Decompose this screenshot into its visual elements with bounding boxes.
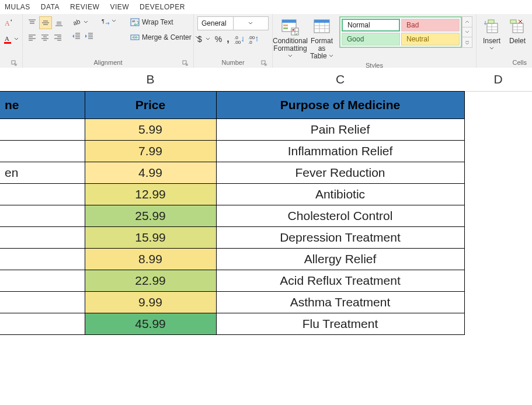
orientation-icon[interactable]: ab [71,16,82,28]
svg-rect-66 [513,23,523,33]
align-right-icon[interactable] [52,32,64,43]
ribbon-tabs: MULAS DATA REVIEW VIEW DEVELOPER [0,0,532,14]
align-center-icon[interactable] [39,32,51,43]
chevron-down-icon [206,37,210,41]
tab-formulas[interactable]: MULAS [5,3,30,11]
alignment-dialog-launcher[interactable] [182,60,189,67]
svg-text:ab: ab [72,18,81,26]
svg-rect-2 [4,42,11,44]
gallery-scroll[interactable] [462,16,472,48]
percent-format-button[interactable]: % [215,34,222,44]
number-dialog-launcher[interactable] [260,60,267,67]
style-good[interactable]: Good [342,33,400,46]
svg-rect-65 [488,20,494,23]
format-as-table-label-l1: Format as [311,37,333,53]
chevron-down-icon[interactable] [233,17,269,30]
style-bad[interactable]: Bad [401,19,460,32]
increase-decimal-icon[interactable]: .0.00 [234,34,244,44]
col-header-a[interactable] [0,68,85,68]
increase-indent-icon[interactable] [84,30,95,42]
gallery-up-icon[interactable] [463,17,472,27]
col-header-b[interactable]: B [85,68,217,68]
conditional-formatting-label-l1: Conditional [273,37,308,45]
format-as-table-button[interactable]: Format asTable [308,16,336,60]
tab-data[interactable]: DATA [41,3,60,11]
svg-text:✔: ✔ [295,32,298,36]
decrease-indent-icon[interactable] [71,30,82,42]
cells-group-label: Cells [480,57,529,68]
gallery-more-icon[interactable] [463,37,472,47]
conditional-formatting-icon: ✖✔ [281,18,300,36]
tab-developer[interactable]: DEVELOPER [140,3,185,11]
increase-font-icon[interactable]: A [4,18,13,27]
wrap-text-label: Wrap Text [142,18,173,26]
ltr-icon[interactable]: ¶ [101,16,110,26]
align-middle-icon[interactable] [39,16,52,29]
delete-cells-button[interactable]: Delet [506,16,529,45]
style-normal[interactable]: Normal [342,19,400,32]
svg-rect-61 [487,23,498,33]
tab-view[interactable]: VIEW [110,3,129,11]
svg-text:A: A [5,35,9,42]
svg-text:A: A [5,19,10,27]
svg-text:ab: ab [132,19,135,23]
svg-text:✖: ✖ [292,28,294,32]
delete-label: Delet [509,37,526,45]
number-format-value: General [198,19,233,27]
svg-rect-48 [283,27,288,29]
format-as-table-icon [312,18,331,36]
accounting-format-button[interactable]: $ [197,34,210,44]
conditional-formatting-button[interactable]: ✖✔ ConditionalFormatting [276,16,304,60]
spreadsheet-area[interactable]: B C D ne Price Purpose of Medicine 5.99P… [0,68,532,68]
merge-center-button[interactable]: Merge & Center [128,32,202,43]
svg-rect-46 [282,20,296,23]
ribbon: A A [0,14,532,68]
cell-styles-gallery[interactable]: Normal Bad Good Neutral [339,16,462,48]
wrap-text-button[interactable]: ab Wrap Text [128,16,202,28]
style-neutral[interactable]: Neutral [401,33,460,46]
comma-format-button[interactable]: , [227,34,229,44]
conditional-formatting-label-l2: Formatting [273,44,307,53]
svg-text:.00: .00 [234,40,241,44]
tab-review[interactable]: REVIEW [70,3,99,11]
insert-cells-button[interactable]: Insert [480,16,503,53]
styles-group-label: Styles [276,60,472,68]
number-group-label: Number [197,57,269,68]
align-left-icon[interactable] [26,32,38,43]
alignment-group-label: Alignment [26,57,190,68]
format-as-table-label-l2: Table [310,52,327,60]
svg-rect-47 [283,25,288,26]
chevron-down-icon[interactable] [84,20,88,25]
chevron-down-icon[interactable] [14,37,19,41]
col-header-c[interactable]: C [216,68,465,68]
column-headers: B C D [0,68,532,68]
merge-center-label: Merge & Center [142,33,192,41]
font-group-label [4,57,19,68]
merge-center-icon [130,33,140,42]
dollar-icon: $ [197,34,202,44]
chevron-down-icon[interactable] [112,19,116,23]
svg-rect-55 [314,20,329,23]
gallery-down-icon[interactable] [463,27,472,38]
insert-label: Insert [483,37,500,45]
number-format-combo[interactable]: General [197,16,269,30]
delete-cells-icon [508,18,527,36]
font-color-icon[interactable]: A [4,34,13,44]
align-top-icon[interactable] [26,17,38,29]
svg-text:.0: .0 [248,40,252,44]
font-dialog-launcher[interactable] [11,60,18,67]
align-bottom-icon[interactable] [53,17,65,29]
svg-text:¶: ¶ [102,18,105,24]
col-header-d[interactable]: D [464,68,532,68]
insert-cells-icon [482,18,501,36]
decrease-decimal-icon[interactable]: .00.0 [248,34,258,44]
svg-rect-70 [510,20,516,23]
wrap-text-icon: ab [130,18,140,27]
